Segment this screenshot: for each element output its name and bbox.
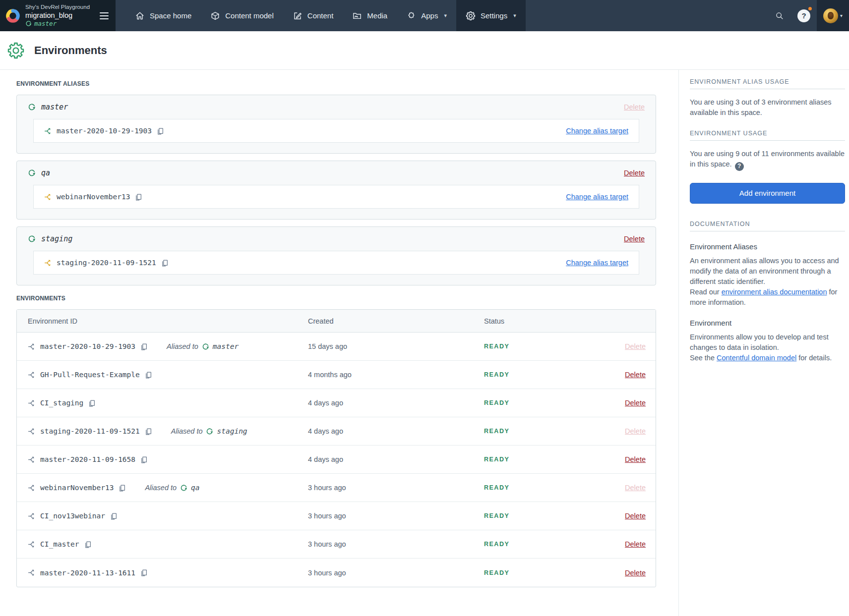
- alias-documentation-link[interactable]: environment alias documentation: [722, 288, 827, 296]
- nav-item-content[interactable]: Content ▾: [283, 0, 343, 31]
- delete-alias-link[interactable]: Delete: [624, 169, 645, 177]
- copy-icon[interactable]: [110, 512, 118, 520]
- status-badge: READY: [484, 512, 613, 519]
- nav-item-content-model[interactable]: Content model ▾: [201, 0, 283, 31]
- help-icon[interactable]: ?: [791, 0, 817, 31]
- domain-model-link[interactable]: Contentful domain model: [717, 354, 796, 362]
- env-usage-text: You are using 9 out of 11 environments a…: [690, 149, 845, 171]
- space-meta: Shy's DevRel Playground migration_blog m…: [25, 3, 91, 27]
- status-badge: READY: [484, 484, 613, 491]
- created-cell: 3 hours ago: [308, 512, 484, 520]
- documentation-heading: DOCUMENTATION: [690, 221, 845, 231]
- alias-name: staging: [41, 234, 72, 243]
- status-badge: READY: [484, 399, 613, 406]
- alias-card-body: webinarNovember13 Change alias target: [17, 184, 656, 219]
- add-environment-button[interactable]: Add environment: [690, 183, 845, 204]
- nav-item-label: Apps: [421, 11, 438, 20]
- fork-icon: [44, 127, 52, 135]
- environment-id: webinarNovember13: [40, 484, 114, 492]
- alias-icon: [206, 428, 213, 435]
- copy-icon[interactable]: [145, 371, 152, 379]
- delete-environment-link[interactable]: Delete: [625, 540, 646, 548]
- copy-icon[interactable]: [140, 456, 148, 463]
- delete-environment-link[interactable]: Delete: [625, 484, 646, 492]
- aliased-to: Aliased to master: [167, 342, 239, 350]
- delete-alias-link[interactable]: Delete: [624, 103, 645, 111]
- alias-target-id: master-2020-10-29-1903: [57, 127, 152, 135]
- delete-environment-link[interactable]: Delete: [625, 512, 646, 520]
- copy-icon[interactable]: [119, 484, 126, 492]
- fork-icon: [28, 512, 35, 520]
- delete-environment-link[interactable]: Delete: [625, 569, 646, 577]
- environment-id: CI_nov13webinar: [40, 512, 105, 520]
- environment-id: CI_staging: [40, 399, 83, 407]
- copy-icon[interactable]: [145, 428, 152, 435]
- alias-card-header: qa Delete: [17, 161, 656, 184]
- copy-icon[interactable]: [88, 399, 96, 407]
- change-alias-target-link[interactable]: Change alias target: [566, 193, 628, 201]
- alias-target-row: master-2020-10-29-1903 Change alias targ…: [33, 119, 639, 143]
- delete-environment-link[interactable]: Delete: [625, 342, 646, 350]
- environment-id-cell: webinarNovember13 Aliased to qa: [17, 484, 308, 492]
- table-row: master-2020-11-09-1658 4 days ago READY …: [17, 446, 656, 474]
- doc-env-body: Environments allow you to develop and te…: [690, 332, 845, 353]
- nav-item-space-home[interactable]: Space home ▾: [125, 0, 201, 31]
- created-cell: 3 hours ago: [308, 540, 484, 548]
- fork-icon: [44, 193, 52, 201]
- nav-item-settings[interactable]: Settings ▾: [456, 0, 526, 31]
- table-row: master-2020-11-13-1611 3 hours ago READY…: [17, 559, 656, 587]
- alias-target-row: staging-2020-11-09-1521 Change alias tar…: [33, 251, 639, 275]
- space-id: migration_blog: [25, 11, 91, 20]
- table-row: master-2020-10-29-1903 Aliased to master…: [17, 333, 656, 361]
- apps-icon: [406, 11, 416, 21]
- search-icon[interactable]: [768, 0, 791, 31]
- delete-environment-link[interactable]: Delete: [625, 427, 646, 435]
- doc-alias-body: An environment alias allows you to acces…: [690, 256, 845, 287]
- delete-environment-link[interactable]: Delete: [625, 399, 646, 407]
- copy-icon[interactable]: [157, 127, 164, 135]
- fork-icon: [28, 484, 35, 492]
- nav-item-apps[interactable]: Apps ▾: [397, 0, 456, 31]
- right-sidebar: ENVIRONMENT ALIAS USAGE You are using 3 …: [678, 70, 849, 616]
- fork-icon: [28, 569, 35, 576]
- delete-environment-link[interactable]: Delete: [625, 371, 646, 379]
- contentful-logo-icon[interactable]: [5, 8, 21, 24]
- delete-environment-link[interactable]: Delete: [625, 455, 646, 463]
- doc-alias-link-prefix: Read our: [690, 288, 722, 296]
- content-model-icon: [210, 11, 220, 21]
- status-badge: READY: [484, 428, 613, 435]
- chevron-down-icon: ▾: [513, 12, 516, 19]
- copy-icon[interactable]: [140, 343, 148, 350]
- delete-alias-link[interactable]: Delete: [624, 235, 645, 243]
- alias-icon: [28, 103, 36, 111]
- doc-env-title: Environment: [690, 319, 845, 327]
- fork-icon: [44, 259, 52, 267]
- change-alias-target-link[interactable]: Change alias target: [566, 127, 628, 135]
- environments-section-label: ENVIRONMENTS: [16, 295, 656, 302]
- nav-item-label: Content: [307, 11, 334, 20]
- alias-name: master: [41, 103, 68, 112]
- table-row: CI_staging 4 days ago READY Delete: [17, 389, 656, 417]
- alias-icon: [202, 343, 209, 350]
- status-badge: READY: [484, 541, 613, 548]
- aliased-to-label: Aliased to: [145, 484, 177, 492]
- help-circle-icon[interactable]: ?: [735, 162, 744, 171]
- doc-env-link-prefix: See the: [690, 354, 717, 362]
- status-badge: READY: [484, 456, 613, 463]
- alias-usage-heading: ENVIRONMENT ALIAS USAGE: [690, 78, 845, 89]
- created-cell: 4 days ago: [308, 427, 484, 435]
- fork-icon: [28, 428, 35, 435]
- aliases-section-label: ENVIRONMENT ALIASES: [16, 80, 656, 87]
- environment-id: master-2020-11-13-1611: [40, 569, 135, 577]
- nav-item-label: Space home: [150, 11, 191, 20]
- settings-gear-icon: [7, 42, 25, 59]
- aliased-to-label: Aliased to: [171, 427, 203, 435]
- copy-icon[interactable]: [140, 569, 148, 576]
- account-menu[interactable]: ▾: [817, 0, 849, 31]
- copy-icon[interactable]: [161, 259, 169, 267]
- change-alias-target-link[interactable]: Change alias target: [566, 259, 628, 267]
- hamburger-menu-icon[interactable]: [96, 7, 113, 24]
- nav-item-media[interactable]: Media ▾: [343, 0, 397, 31]
- copy-icon[interactable]: [135, 193, 142, 201]
- copy-icon[interactable]: [84, 541, 92, 548]
